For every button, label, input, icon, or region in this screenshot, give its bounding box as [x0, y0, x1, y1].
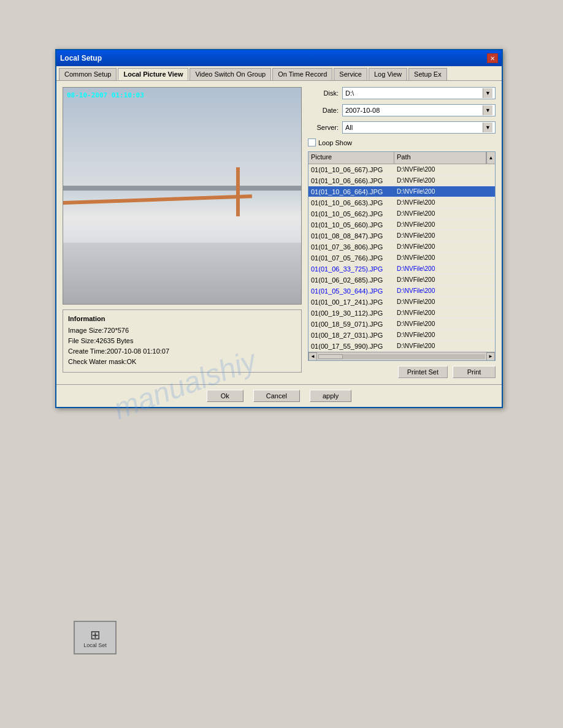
server-label: Server: — [308, 124, 339, 131]
date-select[interactable]: 2007-10-08 ▼ — [342, 104, 496, 116]
date-value: 2007-10-08 — [345, 107, 380, 114]
file-list-row[interactable]: 01(01_10_06_663).JPGD:\NVFile\200 — [308, 197, 495, 208]
printer-set-button[interactable]: Printet Set — [398, 366, 448, 378]
file-cell-picture: 01(01_08_08_847).JPG — [308, 232, 394, 240]
loop-show-label: Loop Show — [318, 139, 352, 146]
file-cell-picture: 01(01_10_06_667).JPG — [308, 165, 394, 174]
left-panel: 08-10-2007 01:10:03 Information Image Si… — [63, 87, 302, 378]
file-list-body: 01(01_10_06_667).JPGD:\NVFile\20001(01_1… — [308, 164, 495, 352]
tab-bar: Common Setup Local Picture View Video Sw… — [56, 66, 502, 81]
info-file-size: File Size:42635 Bytes — [68, 336, 296, 346]
print-button[interactable]: Print — [453, 366, 496, 378]
file-cell-path: D:\NVFile\200 — [394, 276, 495, 284]
file-list-row[interactable]: 01(00_18_27_031).JPGD:\NVFile\200 — [308, 330, 495, 341]
tab-on-time-record[interactable]: On Time Record — [272, 68, 332, 80]
icon-graphic: ⊞ — [90, 628, 101, 642]
file-cell-path: D:\NVFile\200 — [394, 188, 495, 195]
hscroll-thumb[interactable] — [318, 354, 343, 359]
file-cell-picture: 01(01_07_05_766).JPG — [308, 254, 394, 262]
file-cell-picture: 01(01_10_06_664).JPG — [308, 188, 394, 196]
file-list-row[interactable]: 01(01_10_06_667).JPGD:\NVFile\200 — [308, 164, 495, 175]
file-list-row[interactable]: 01(01_06_33_725).JPGD:\NVFile\200 — [308, 264, 495, 275]
tab-local-picture-view[interactable]: Local Picture View — [118, 68, 188, 80]
file-cell-path: D:\NVFile\200 — [394, 342, 495, 350]
file-cell-picture: 01(01_10_06_663).JPG — [308, 199, 394, 207]
date-dropdown-arrow[interactable]: ▼ — [483, 105, 492, 115]
disk-label: Disk: — [308, 89, 339, 97]
file-cell-picture: 01(00_18_27_031).JPG — [308, 331, 394, 339]
file-list-row[interactable]: 01(00_17_55_990).JPGD:\NVFile\200 — [308, 341, 495, 352]
tab-log-view[interactable]: Log View — [369, 68, 407, 80]
file-cell-picture: 01(01_07_36_806).JPG — [308, 243, 394, 251]
file-list-row[interactable]: 01(01_08_08_847).JPGD:\NVFile\200 — [308, 230, 495, 241]
file-cell-picture: 01(01_06_02_685).JPG — [308, 276, 394, 284]
col-header-picture: Picture — [308, 152, 394, 164]
file-cell-path: D:\NVFile\200 — [394, 254, 495, 262]
loop-show-row: Loop Show — [308, 138, 496, 146]
file-cell-picture: 01(01_10_06_666).JPG — [308, 176, 394, 185]
file-cell-picture: 01(01_05_30_644).JPG — [308, 287, 394, 295]
file-list-row[interactable]: 01(01_10_05_662).JPGD:\NVFile\200 — [308, 208, 495, 219]
file-cell-path: D:\NVFile\200 — [394, 176, 495, 184]
print-button-row: Printet Set Print — [308, 366, 496, 378]
date-row: Date: 2007-10-08 ▼ — [308, 104, 496, 116]
file-list-row[interactable]: 01(01_10_06_664).JPGD:\NVFile\200 — [308, 186, 495, 197]
local-set-icon[interactable]: ⊞ Local Set — [74, 621, 117, 654]
file-cell-path: D:\NVFile\200 — [394, 265, 495, 273]
file-cell-path: D:\NVFile\200 — [394, 243, 495, 251]
apply-button[interactable]: apply — [310, 390, 351, 402]
close-button[interactable]: ✕ — [487, 53, 498, 63]
info-title: Information — [68, 315, 296, 322]
hscroll-left-button[interactable]: ◄ — [308, 352, 317, 361]
file-list-row[interactable]: 01(01_05_30_644).JPGD:\NVFile\200 — [308, 286, 495, 297]
info-create-time: Create Time:2007-10-08 01:10:07 — [68, 346, 296, 357]
camera-structure — [63, 186, 301, 191]
information-box: Information Image Size:720*576 File Size… — [63, 309, 302, 373]
file-cell-path: D:\NVFile\200 — [394, 298, 495, 306]
hscroll-right-button[interactable]: ► — [486, 352, 495, 361]
info-image-size: Image Size:720*576 — [68, 325, 296, 336]
cancel-button[interactable]: Cancel — [253, 390, 300, 402]
server-value: All — [345, 124, 353, 131]
file-cell-path: D:\NVFile\200 — [394, 331, 495, 339]
loop-show-checkbox[interactable] — [308, 138, 316, 146]
file-list-container: Picture Path ▲ 01(01_10_06_667).JPGD:\NV… — [308, 151, 496, 361]
file-cell-path: D:\NVFile\200 — [394, 210, 495, 218]
server-dropdown-arrow[interactable]: ▼ — [483, 123, 492, 132]
tab-setup-ex[interactable]: Setup Ex — [408, 68, 447, 80]
file-list-row[interactable]: 01(00_18_59_071).JPGD:\NVFile\200 — [308, 319, 495, 330]
camera-ceiling-bg — [63, 88, 301, 186]
file-cell-picture: 01(01_10_05_660).JPG — [308, 221, 394, 229]
icon-label: Local Set — [83, 642, 107, 648]
file-cell-path: D:\NVFile\200 — [394, 320, 495, 328]
vscroll-up-button[interactable]: ▲ — [486, 152, 495, 164]
disk-row: Disk: D:\ ▼ — [308, 87, 496, 99]
file-list-row[interactable]: 01(01_06_02_685).JPGD:\NVFile\200 — [308, 275, 495, 286]
tab-video-switch-on-group[interactable]: Video Switch On Group — [190, 68, 271, 80]
tab-common-setup[interactable]: Common Setup — [59, 68, 117, 80]
file-list-row[interactable]: 01(00_19_30_112).JPGD:\NVFile\200 — [308, 308, 495, 319]
file-list-row[interactable]: 01(01_10_06_666).JPGD:\NVFile\200 — [308, 175, 495, 186]
file-cell-picture: 01(00_17_55_990).JPG — [308, 342, 394, 351]
tab-service[interactable]: Service — [334, 68, 367, 80]
file-cell-path: D:\NVFile\200 — [394, 232, 495, 240]
dialog-title: Local Setup — [60, 54, 102, 63]
disk-dropdown-arrow[interactable]: ▼ — [483, 88, 492, 98]
file-cell-path: D:\NVFile\200 — [394, 309, 495, 317]
ok-button[interactable]: Ok — [207, 390, 243, 402]
info-check-water: Check Water mask:OK — [68, 357, 296, 367]
file-cell-picture: 01(01_06_33_725).JPG — [308, 265, 394, 273]
file-list-row[interactable]: 01(01_10_05_660).JPGD:\NVFile\200 — [308, 219, 495, 230]
file-cell-path: D:\NVFile\200 — [394, 165, 495, 173]
camera-pipe-horizontal — [63, 194, 252, 205]
file-cell-path: D:\NVFile\200 — [394, 221, 495, 229]
file-cell-picture: 01(00_19_30_112).JPG — [308, 309, 394, 317]
local-setup-dialog: Local Setup ✕ Common Setup Local Picture… — [55, 49, 503, 408]
disk-select[interactable]: D:\ ▼ — [342, 87, 496, 99]
file-cell-picture: 01(01_10_05_662).JPG — [308, 210, 394, 218]
file-list-row[interactable]: 01(01_00_17_241).JPGD:\NVFile\200 — [308, 297, 495, 308]
file-list-row[interactable]: 01(01_07_05_766).JPGD:\NVFile\200 — [308, 252, 495, 264]
server-select[interactable]: All ▼ — [342, 121, 496, 134]
hscroll-bar: ◄ ► — [308, 352, 495, 360]
file-list-row[interactable]: 01(01_07_36_806).JPGD:\NVFile\200 — [308, 241, 495, 252]
